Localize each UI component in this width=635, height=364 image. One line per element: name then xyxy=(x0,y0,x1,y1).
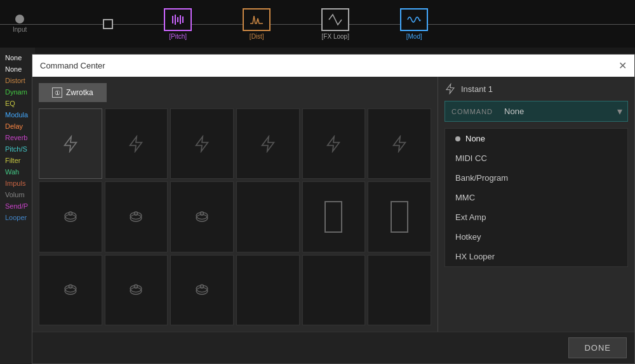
chain-fx-pitch[interactable]: [Pitch] xyxy=(164,8,192,40)
option-label: MIDI CC xyxy=(455,153,487,163)
grid-cell-1-5[interactable] xyxy=(368,181,431,252)
knob-icon xyxy=(190,205,213,228)
pitch-fx-box xyxy=(164,8,192,31)
modal-close-button[interactable]: ✕ xyxy=(618,60,627,72)
tab-number: ① xyxy=(55,89,60,96)
pitch-wave-icon xyxy=(170,12,185,27)
option-label: MMC xyxy=(455,193,475,202)
grid-cell-0-1[interactable] xyxy=(105,108,168,179)
svg-point-22 xyxy=(200,212,203,215)
option-label: Bank/Program xyxy=(455,173,508,183)
grid-cell-2-2[interactable] xyxy=(170,255,234,325)
command-row: COMMAND None ▾ xyxy=(444,101,628,122)
sidebar-item-eq[interactable]: EQ xyxy=(3,98,32,108)
tab-zwrotka[interactable]: ① Zwrotka xyxy=(39,83,107,102)
sidebar-item-reverb[interactable]: Reverb xyxy=(3,133,32,143)
fxloop-label: [FX Loop] xyxy=(322,33,349,40)
sidebar-item-looper[interactable]: Looper xyxy=(3,212,32,223)
done-button[interactable]: DONE xyxy=(568,337,627,358)
svg-rect-2 xyxy=(177,17,178,22)
sidebar-item-volume[interactable]: Volum xyxy=(3,190,32,200)
chevron-down-icon[interactable]: ▾ xyxy=(612,101,627,121)
svg-rect-0 xyxy=(172,16,173,23)
svg-point-26 xyxy=(69,285,72,288)
chain-fx-dist[interactable]: [Dist] xyxy=(243,8,271,40)
chain-node-square xyxy=(103,19,113,29)
grid-cell-0-0[interactable] xyxy=(39,108,102,179)
grid-cell-2-4[interactable] xyxy=(302,255,366,325)
chain-fx-mod[interactable]: [Mod] xyxy=(400,8,428,40)
chain-fx-fxloop[interactable]: [FX Loop] xyxy=(321,8,349,40)
svg-marker-10 xyxy=(394,136,406,151)
tabs-row: ① Zwrotka xyxy=(39,83,431,102)
fx-grid xyxy=(39,108,431,325)
grid-cell-2-5[interactable] xyxy=(368,255,431,325)
grid-cell-1-2[interactable] xyxy=(170,181,234,252)
sidebar-item-pitch[interactable]: Pitch/S xyxy=(3,144,32,154)
chain-node-input: Input xyxy=(13,15,27,33)
svg-marker-5 xyxy=(64,136,76,151)
svg-marker-6 xyxy=(130,136,142,151)
sidebar-item-distortion[interactable]: Distort xyxy=(3,75,32,86)
option-label: Ext Amp xyxy=(455,212,486,222)
svg-point-34 xyxy=(200,285,203,288)
dropdown-option-hxlooper[interactable]: HX Looper xyxy=(445,247,627,266)
knob-icon xyxy=(59,205,82,228)
grid-cell-1-1[interactable] xyxy=(105,181,168,252)
fxloop-fx-box xyxy=(321,8,349,31)
lightning-icon xyxy=(259,135,277,153)
grid-cell-1-4[interactable] xyxy=(302,181,366,252)
knob-icon xyxy=(124,205,147,228)
sidebar-item-none1[interactable]: None xyxy=(3,53,32,63)
sidebar-item-impulse[interactable]: Impuls xyxy=(3,178,32,188)
signal-chain: Input [Pitch] [Dist] xyxy=(0,0,635,48)
grid-cell-0-4[interactable] xyxy=(302,108,366,179)
svg-rect-4 xyxy=(182,16,184,23)
sidebar-item-wah[interactable]: Wah xyxy=(3,167,32,177)
grid-cell-0-5[interactable] xyxy=(368,108,431,179)
grid-cell-2-0[interactable] xyxy=(39,255,102,325)
sidebar-item-delay[interactable]: Delay xyxy=(3,121,32,131)
grid-cell-0-2[interactable] xyxy=(170,108,234,179)
dropdown-option-extamp[interactable]: Ext Amp xyxy=(445,207,627,227)
svg-rect-3 xyxy=(180,15,181,24)
dropdown-option-midicc[interactable]: MIDI CC xyxy=(445,148,627,168)
dropdown-option-none[interactable]: None xyxy=(445,129,627,148)
knob-icon xyxy=(59,278,82,301)
grid-cell-1-0[interactable] xyxy=(39,181,102,252)
dropdown-option-mmc[interactable]: MMC xyxy=(445,188,627,207)
sidebar-item-send[interactable]: Send/P xyxy=(3,201,32,211)
grid-cell-2-3[interactable] xyxy=(236,255,300,325)
square-node xyxy=(103,19,113,29)
selected-dot xyxy=(455,136,460,141)
option-label: HX Looper xyxy=(455,252,495,261)
dropdown-option-bankprogram[interactable]: Bank/Program xyxy=(445,168,627,188)
sidebar-item-modulation[interactable]: Modula xyxy=(3,110,32,120)
modal-title: Command Center xyxy=(40,61,105,70)
grid-cell-0-3[interactable] xyxy=(236,108,300,179)
lightning-icon xyxy=(391,135,408,153)
left-panel: ① Zwrotka xyxy=(32,77,438,332)
grid-cell-1-3[interactable] xyxy=(236,181,300,252)
dropdown-options: None MIDI CC Bank/Program MMC Ext Amp Ho… xyxy=(444,128,628,267)
svg-marker-9 xyxy=(328,136,340,151)
dropdown-option-hotkey[interactable]: Hotkey xyxy=(445,227,627,247)
sidebar-item-filter[interactable]: Filter xyxy=(3,155,32,166)
sidebar-item-none2[interactable]: None xyxy=(3,64,32,74)
command-value: None xyxy=(499,103,612,120)
right-panel: Instant 1 COMMAND None ▾ None MIDI CC Ba… xyxy=(438,77,634,332)
svg-point-18 xyxy=(135,212,138,215)
input-label: Input xyxy=(13,26,27,33)
tab-number-icon: ① xyxy=(52,88,62,98)
grid-cell-2-1[interactable] xyxy=(105,255,168,325)
sidebar-item-dynamics[interactable]: Dynam xyxy=(3,87,32,97)
mod-fx-box xyxy=(400,8,428,31)
lightning-icon xyxy=(193,135,211,153)
input-dot xyxy=(15,15,24,23)
lightning-icon xyxy=(127,135,145,153)
dist-fx-box xyxy=(243,8,271,31)
instant-lightning-icon xyxy=(444,83,456,94)
mod-label: [Mod] xyxy=(406,33,422,40)
modal-footer: DONE xyxy=(32,332,634,363)
knob-icon xyxy=(124,278,147,301)
